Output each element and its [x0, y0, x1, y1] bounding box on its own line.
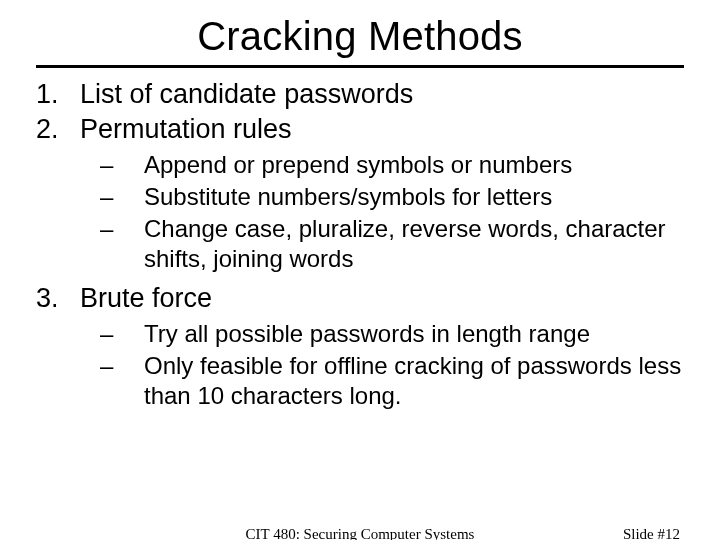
list-text: List of candidate passwords: [80, 78, 413, 111]
top-list: 1. List of candidate passwords 2. Permut…: [36, 78, 684, 146]
brute-force-sublist: – Try all possible passwords in length r…: [100, 319, 684, 411]
bullet-dash-icon: –: [100, 319, 144, 349]
list-item: – Only feasible for offline cracking of …: [100, 351, 684, 411]
footer-course: CIT 480: Securing Computer Systems: [0, 526, 720, 540]
slide: Cracking Methods 1. List of candidate pa…: [0, 0, 720, 540]
list-text: Substitute numbers/symbols for letters: [144, 182, 684, 212]
list-text: Append or prepend symbols or numbers: [144, 150, 684, 180]
item-brute-force: 3. Brute force: [36, 282, 684, 315]
bullet-dash-icon: –: [100, 182, 144, 212]
list-item: – Append or prepend symbols or numbers: [100, 150, 684, 180]
list-number: 2.: [36, 113, 80, 146]
bullet-dash-icon: –: [100, 214, 144, 244]
slide-body: 1. List of candidate passwords 2. Permut…: [0, 78, 720, 411]
list-text: Permutation rules: [80, 113, 292, 146]
list-number: 3.: [36, 282, 80, 315]
slide-title: Cracking Methods: [0, 0, 720, 65]
list-text: Only feasible for offline cracking of pa…: [144, 351, 684, 411]
list-item: – Try all possible passwords in length r…: [100, 319, 684, 349]
list-text: Try all possible passwords in length ran…: [144, 319, 684, 349]
list-text: Brute force: [80, 282, 212, 315]
title-underline: [36, 65, 684, 68]
permutation-sublist: – Append or prepend symbols or numbers –…: [100, 150, 684, 274]
footer-slide-number: Slide #12: [623, 526, 680, 540]
list-text: Change case, pluralize, reverse words, c…: [144, 214, 684, 274]
item-candidate-passwords: 1. List of candidate passwords: [36, 78, 684, 111]
list-item: – Change case, pluralize, reverse words,…: [100, 214, 684, 274]
bullet-dash-icon: –: [100, 351, 144, 381]
bullet-dash-icon: –: [100, 150, 144, 180]
list-number: 1.: [36, 78, 80, 111]
top-list-cont: 3. Brute force: [36, 282, 684, 315]
list-item: – Substitute numbers/symbols for letters: [100, 182, 684, 212]
item-permutation-rules: 2. Permutation rules: [36, 113, 684, 146]
